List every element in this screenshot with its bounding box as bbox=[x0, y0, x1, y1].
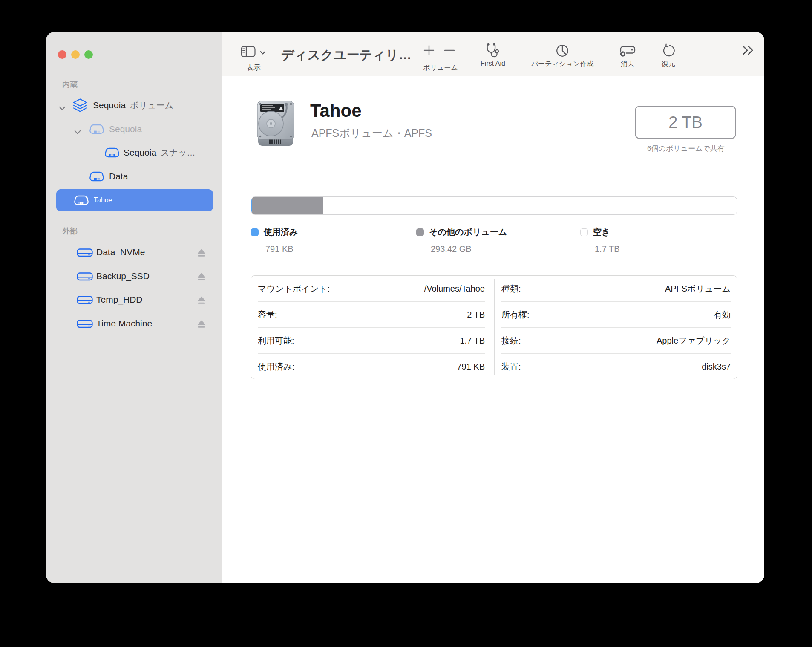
sidebar-item-temp-hdd[interactable]: Temp_HDD bbox=[46, 291, 222, 308]
legend-other-volumes: その他のボリューム 293.42 GB bbox=[416, 226, 553, 238]
restore-arrow-icon bbox=[651, 42, 685, 59]
partition-button[interactable]: パーティション作成 bbox=[524, 42, 601, 69]
partition-label: パーティション作成 bbox=[524, 60, 601, 69]
external-drive-icon bbox=[77, 295, 93, 308]
restore-button[interactable]: 復元 bbox=[651, 42, 685, 69]
detail-row-type: 種類: APFSボリューム bbox=[501, 276, 731, 302]
detail-value: 1.7 TB bbox=[460, 336, 485, 346]
sidebar-item-backup-ssd[interactable]: Backup_SSD bbox=[46, 268, 222, 285]
sidebar-section-internal: 内蔵 bbox=[62, 79, 78, 90]
eject-button[interactable] bbox=[196, 247, 207, 258]
detail-value: disk3s7 bbox=[702, 362, 731, 372]
hard-drive-image-icon bbox=[252, 99, 299, 150]
detail-label: 所有権: bbox=[501, 309, 530, 321]
detail-label: 装置: bbox=[501, 361, 521, 373]
legend-free-swatch bbox=[580, 228, 588, 236]
detail-row-connection: 接続: Appleファブリック bbox=[501, 328, 731, 354]
sidebar-item-label: Temp_HDD bbox=[96, 295, 143, 305]
sidebar-item-label: Time Machine bbox=[96, 318, 152, 329]
remove-volume-button[interactable] bbox=[443, 44, 456, 57]
legend-used-label: 使用済み bbox=[264, 227, 298, 237]
volume-add-remove-group bbox=[423, 44, 469, 58]
sidebar-toggle-button[interactable] bbox=[241, 45, 256, 58]
detail-row-available: 利用可能: 1.7 TB bbox=[258, 328, 485, 354]
legend-free: 空き 1.7 TB bbox=[580, 226, 717, 238]
legend-used-swatch bbox=[251, 228, 259, 236]
sidebar-item-time-machine[interactable]: Time Machine bbox=[46, 315, 222, 332]
detail-row-used: 使用済み: 791 KB bbox=[258, 354, 485, 380]
usage-bar bbox=[251, 196, 737, 215]
sidebar-item-sequoia-snapshot[interactable]: Sequoia スナッ… bbox=[46, 144, 222, 161]
eject-button[interactable] bbox=[196, 271, 207, 282]
restore-label: 復元 bbox=[651, 60, 685, 69]
external-drive-icon bbox=[77, 318, 93, 332]
volume-subtitle: APFSボリューム・APFS bbox=[311, 126, 432, 140]
internal-drive-icon bbox=[105, 147, 119, 161]
window-title: ディスクユーティリ… bbox=[281, 46, 412, 64]
view-button-label[interactable]: 表示 bbox=[236, 63, 271, 72]
external-drive-icon bbox=[77, 271, 93, 284]
detail-value: /Volumes/Tahoe bbox=[424, 284, 485, 294]
sidebar-item-label: Data_NVMe bbox=[96, 247, 145, 257]
sidebar-item-label: Sequoia bbox=[124, 147, 156, 158]
details-right-column: 種類: APFSボリューム 所有権: 有効 接続: Appleファブリック 装置… bbox=[495, 276, 737, 379]
capacity-note: 6個のボリュームで共有 bbox=[622, 144, 750, 153]
detail-value: 有効 bbox=[714, 309, 731, 321]
header-divider bbox=[251, 173, 737, 173]
detail-value: 791 KB bbox=[457, 362, 485, 372]
sidebar-item-suffix: ボリューム bbox=[130, 100, 173, 111]
disclosure-chevron-icon[interactable] bbox=[74, 127, 81, 137]
sidebar-item-data-nvme[interactable]: Data_NVMe bbox=[46, 244, 222, 261]
pie-chart-icon bbox=[524, 42, 601, 59]
internal-drive-icon bbox=[89, 123, 104, 137]
toolbar: 表示 ディスクユーティリ… ボリューム bbox=[222, 32, 764, 76]
detail-label: 種類: bbox=[501, 283, 521, 295]
erase-button[interactable]: 消去 bbox=[610, 42, 645, 69]
details-left-column: マウントポイント: /Volumes/Tahoe 容量: 2 TB 利用可能: … bbox=[251, 276, 494, 379]
eject-button[interactable] bbox=[196, 318, 207, 329]
detail-row-ownership: 所有権: 有効 bbox=[501, 302, 731, 328]
disclosure-chevron-icon[interactable] bbox=[59, 103, 66, 113]
screen-background: 内蔵 Sequoia ボリューム bbox=[0, 0, 812, 647]
eject-button[interactable] bbox=[196, 295, 207, 306]
legend-used-value: 791 KB bbox=[265, 244, 294, 254]
detail-label: マウントポイント: bbox=[258, 283, 330, 295]
chevron-down-icon[interactable] bbox=[260, 49, 266, 57]
legend-other-label: その他のボリューム bbox=[429, 227, 507, 237]
usage-segment-other-volumes bbox=[252, 197, 324, 214]
first-aid-button[interactable]: First Aid bbox=[467, 42, 518, 67]
detail-value: Appleファブリック bbox=[657, 335, 731, 347]
sidebar-item-sequoia-system[interactable]: Sequoia bbox=[46, 121, 222, 138]
zoom-button[interactable] bbox=[84, 50, 93, 59]
more-toolbar-items-button[interactable] bbox=[742, 45, 755, 56]
detail-row-mount-point: マウントポイント: /Volumes/Tahoe bbox=[258, 276, 485, 302]
minimize-button[interactable] bbox=[71, 50, 80, 59]
sidebar-item-label: Sequoia bbox=[93, 100, 126, 110]
legend-other-swatch bbox=[416, 228, 424, 236]
add-volume-button[interactable] bbox=[423, 44, 435, 57]
legend-free-value: 1.7 TB bbox=[595, 244, 620, 254]
stethoscope-icon bbox=[467, 42, 518, 59]
toolbar-divider bbox=[440, 45, 440, 55]
main-content: Tahoe APFSボリューム・APFS 2 TB 6個のボリュームで共有 使用… bbox=[222, 77, 764, 583]
detail-label: 接続: bbox=[501, 335, 521, 347]
capacity-badge: 2 TB bbox=[635, 106, 736, 139]
legend-free-label: 空き bbox=[593, 227, 610, 237]
sidebar-item-label: Backup_SSD bbox=[96, 271, 150, 281]
volume-title: Tahoe bbox=[310, 101, 362, 121]
sidebar-item-data[interactable]: Data bbox=[46, 168, 222, 185]
sidebar-item-label: Tahoe bbox=[94, 196, 112, 204]
detail-value: APFSボリューム bbox=[665, 283, 731, 295]
sidebar-item-tahoe-selected[interactable]: Tahoe bbox=[56, 189, 213, 211]
close-button[interactable] bbox=[58, 50, 66, 59]
external-drive-icon bbox=[77, 247, 93, 260]
first-aid-label: First Aid bbox=[467, 60, 518, 67]
legend-other-value: 293.42 GB bbox=[431, 244, 472, 254]
details-table: マウントポイント: /Volumes/Tahoe 容量: 2 TB 利用可能: … bbox=[251, 275, 737, 379]
detail-row-capacity: 容量: 2 TB bbox=[258, 302, 485, 328]
sidebar-item-sequoia-container[interactable]: Sequoia ボリューム bbox=[46, 97, 222, 114]
detail-row-device: 装置: disk3s7 bbox=[501, 354, 731, 380]
internal-drive-icon bbox=[89, 170, 104, 185]
detail-label: 容量: bbox=[258, 309, 277, 321]
detail-value: 2 TB bbox=[467, 310, 485, 320]
